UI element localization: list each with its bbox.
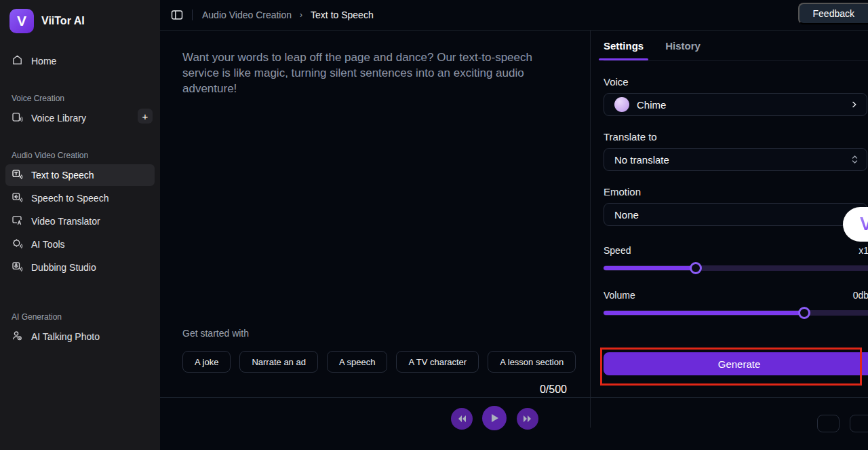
home-icon [12, 54, 23, 68]
chip-narrate-an-ad[interactable]: Narrate an ad [239, 351, 318, 373]
feedback-button[interactable]: Feedback [798, 3, 868, 24]
emotion-value: None [614, 209, 639, 221]
volume-value: 0db [853, 290, 868, 301]
breadcrumb-chevron-icon: › [300, 10, 302, 20]
breadcrumb-current: Text to Speech [311, 10, 374, 20]
chip-a-tv-character[interactable]: A TV character [396, 351, 479, 373]
voice-value: Chime [637, 99, 666, 111]
breadcrumb-parent[interactable]: Audio Video Creation [202, 10, 292, 20]
sidebar-item-video-translator[interactable]: Video Translator [5, 210, 155, 232]
char-counter: 0/500 [540, 383, 567, 396]
player-action-button-1[interactable] [817, 415, 840, 432]
volume-slider-fill [604, 311, 804, 315]
sidebar-item-ai-tools[interactable]: AI Tools [5, 233, 155, 255]
sidebar-item-text-to-speech[interactable]: Text to Speech [5, 164, 155, 186]
speed-label: Speed [604, 245, 631, 256]
sidebar-item-home[interactable]: Home [5, 50, 155, 72]
settings-panel: Settings History Voice Chime Translate t… [590, 31, 868, 428]
sidebar-item-label: Home [31, 56, 56, 67]
sidebar-toggle-icon[interactable] [171, 10, 183, 20]
section-voice-creation: Voice Creation [0, 90, 160, 106]
add-voice-button[interactable]: + [138, 109, 153, 124]
sidebar-item-dubbing-studio[interactable]: Dubbing Studio [5, 257, 155, 278]
ai-talking-photo-icon [12, 330, 23, 343]
app-logo[interactable]: V ViiTor AI [0, 0, 160, 42]
panel-tabs: Settings History [604, 31, 868, 61]
sidebar-item-label: Voice Library [31, 113, 86, 124]
emotion-label: Emotion [604, 186, 868, 198]
sidebar-item-voice-library[interactable]: Voice Library + [5, 107, 155, 129]
translate-select[interactable]: No translate [604, 148, 867, 171]
chip-a-joke[interactable]: A joke [182, 351, 231, 373]
voice-label: Voice [604, 76, 868, 88]
ai-tools-icon [12, 238, 23, 251]
chevron-updown-icon [851, 155, 859, 164]
speed-row: Speed x1 [604, 245, 868, 256]
chevron-right-icon [850, 100, 859, 109]
sidebar-item-ai-talking-photo[interactable]: AI Talking Photo [5, 326, 155, 348]
viitor-widget-icon: V [860, 214, 868, 235]
sidebar-item-speech-to-speech[interactable]: Speech to Speech [5, 187, 155, 209]
volume-slider-thumb[interactable] [798, 307, 810, 319]
voice-avatar [614, 97, 629, 112]
voice-select[interactable]: Chime [604, 93, 867, 116]
sidebar-item-label: AI Talking Photo [31, 331, 100, 342]
app-name: ViiTor AI [41, 15, 85, 27]
volume-row: Volume 0db [604, 290, 868, 301]
get-started-label: Get started with [182, 328, 249, 339]
chip-a-lesson-section[interactable]: A lesson section [488, 351, 576, 373]
speed-slider-thumb[interactable] [690, 262, 702, 274]
topbar: Audio Video Creation › Text to Speech Fe… [160, 0, 868, 31]
sidebar-item-label: AI Tools [31, 239, 65, 250]
emotion-select[interactable]: None [604, 203, 867, 226]
text-to-speech-icon [12, 168, 23, 182]
tts-text-input[interactable] [182, 50, 542, 307]
translate-label: Translate to [604, 131, 868, 143]
tts-editor: Get started with A joke Narrate an ad A … [160, 31, 590, 428]
sidebar-item-label: Speech to Speech [31, 193, 108, 204]
volume-label: Volume [604, 290, 635, 301]
speed-slider[interactable] [604, 265, 868, 271]
chip-a-speech[interactable]: A speech [327, 351, 388, 373]
volume-slider[interactable] [604, 310, 868, 316]
fast-forward-button[interactable] [517, 408, 538, 430]
section-audio-video-creation: Audio Video Creation [0, 147, 160, 163]
sidebar-item-label: Text to Speech [31, 170, 94, 181]
section-ai-generation: AI Generation [0, 308, 160, 324]
translate-value: No translate [614, 154, 669, 166]
voice-library-icon [12, 111, 23, 125]
suggestion-chips: A joke Narrate an ad A speech A TV chara… [182, 351, 576, 373]
sidebar: V ViiTor AI Home Voice Creation Voice Li… [0, 0, 160, 450]
play-button[interactable] [482, 406, 507, 430]
rewind-button[interactable] [451, 408, 473, 430]
speed-value: x1 [859, 245, 868, 256]
dubbing-studio-icon [12, 261, 23, 274]
video-translator-icon [12, 214, 23, 228]
tab-settings[interactable]: Settings [604, 31, 644, 60]
sidebar-item-label: Video Translator [31, 216, 100, 227]
speed-slider-fill [604, 266, 696, 270]
player-bar [160, 397, 868, 419]
topbar-divider [192, 10, 193, 20]
tab-history[interactable]: History [665, 31, 701, 60]
viitor-logo-icon: V [9, 9, 34, 33]
main-area: Audio Video Creation › Text to Speech Fe… [160, 0, 868, 450]
player-action-button-2[interactable] [850, 415, 868, 432]
speech-to-speech-icon [12, 191, 23, 205]
generate-button[interactable]: Generate [604, 352, 868, 375]
sidebar-item-label: Dubbing Studio [31, 262, 96, 273]
